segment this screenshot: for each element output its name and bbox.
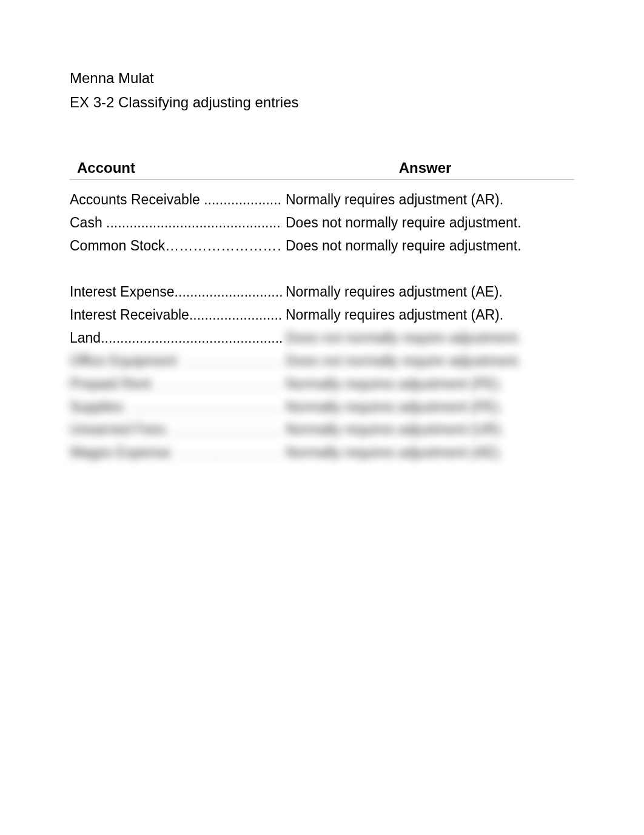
column-header-account: Account [70,159,276,176]
leader-dots: ............................. [171,444,282,460]
leader-dots: .................................. [151,376,282,392]
leader-dots: ......................... [200,192,282,207]
cell-answer: Does not normally require adjustment. [282,235,574,258]
cell-account: Land....................................… [70,327,282,350]
table-row: Interest Receivable.....................… [70,304,574,327]
account-label: Unearned Fees [70,421,166,437]
cell-answer: Normally requires adjustment (AR). [282,189,574,212]
account-label: Supplies [70,399,123,415]
table-row: Supplies ...............................… [70,396,574,419]
account-label: Interest Expense [70,284,175,300]
leader-dots: ........................................… [102,215,282,230]
leader-dots: ........................................… [123,399,282,415]
table-row: Cash ...................................… [70,212,574,235]
leader-dots: ............................ [189,307,282,323]
cell-account: Interest Receivable.....................… [70,304,282,327]
cell-answer: Normally requires adjustment (AR). [282,304,574,327]
cell-account: Common Stock……………………… [70,235,282,258]
cell-answer: Normally requires adjustment (PE). [282,396,574,419]
table-row: Wages Expense ..........................… [70,441,574,464]
leader-dots: ........................... [176,353,282,369]
cell-answer: Normally requires adjustment (AE). [282,441,574,464]
account-label: Wages Expense [70,444,171,460]
document-title: EX 3-2 Classifying adjusting entries [70,94,574,111]
row-gap [70,258,574,281]
table-body-group-2: Interest Expense........................… [70,281,574,465]
account-label: Interest Receivable [70,307,189,323]
account-label: Cash [70,215,102,230]
document-page: Menna Mulat EX 3-2 Classifying adjusting… [0,0,644,464]
cell-answer: Does not normally require adjustment. [282,350,574,373]
table-row: Office Equipment .......................… [70,350,574,373]
cell-account: Wages Expense ..........................… [70,441,282,464]
table-header: Account Answer [70,159,574,180]
account-label: Common Stock [70,238,165,253]
table-row: Common Stock……………………… Does not normally … [70,235,574,258]
cell-account: Supplies ...............................… [70,396,282,419]
table-row: Accounts Receivable ....................… [70,189,574,212]
cell-account: Interest Expense........................… [70,281,282,304]
cell-answer: Normally requires adjustment (AE). [282,281,574,304]
cell-answer: Does not normally require adjustment. [282,212,574,235]
leader-dots: ........................................… [101,330,282,346]
leader-dots: ……………………… [165,238,282,253]
cell-account: Accounts Receivable ....................… [70,189,282,212]
cell-account: Unearned Fees ..........................… [70,418,282,441]
table-row: Interest Expense........................… [70,281,574,304]
account-label: Office Equipment [70,353,176,369]
account-label: Accounts Receivable [70,192,200,207]
account-label: Prepaid Rent [70,376,151,392]
cell-account: Office Equipment .......................… [70,350,282,373]
cell-account: Prepaid Rent ...........................… [70,373,282,396]
account-label: Land [70,330,101,346]
table-row: Land....................................… [70,327,574,350]
cell-answer: Does not normally require adjustment. [282,327,574,350]
leader-dots: ............................... [175,284,282,300]
cell-account: Cash ...................................… [70,212,282,235]
column-header-answer: Answer [276,159,574,176]
table-row: Unearned Fees ..........................… [70,418,574,441]
author-name: Menna Mulat [70,70,574,87]
cell-answer: Normally requires adjustment (PE). [282,373,574,396]
leader-dots: .............................. [166,421,282,437]
table-body-group-1: Accounts Receivable ....................… [70,189,574,258]
cell-answer: Normally requires adjustment (UR). [282,418,574,441]
table-row: Prepaid Rent ...........................… [70,373,574,396]
